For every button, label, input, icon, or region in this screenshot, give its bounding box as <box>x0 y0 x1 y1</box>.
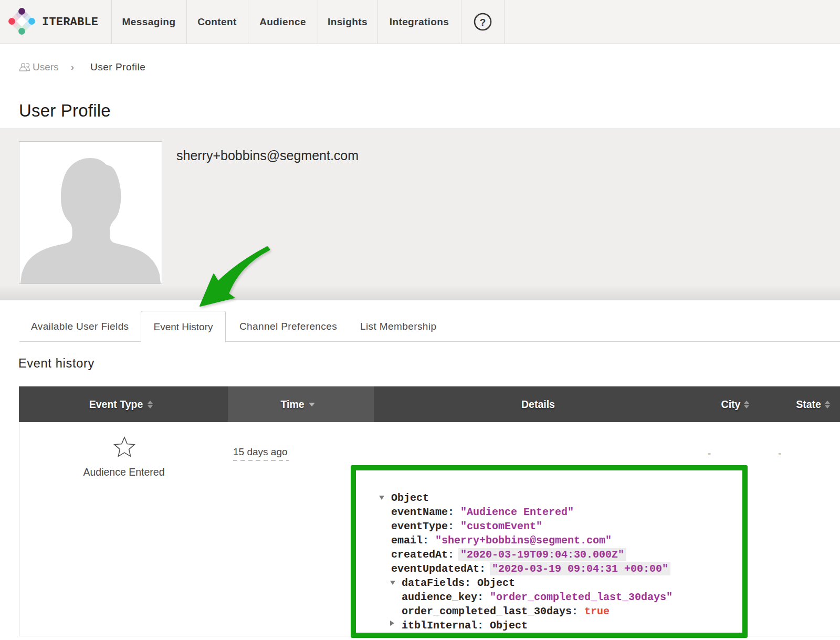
svg-text:?: ? <box>480 17 486 28</box>
